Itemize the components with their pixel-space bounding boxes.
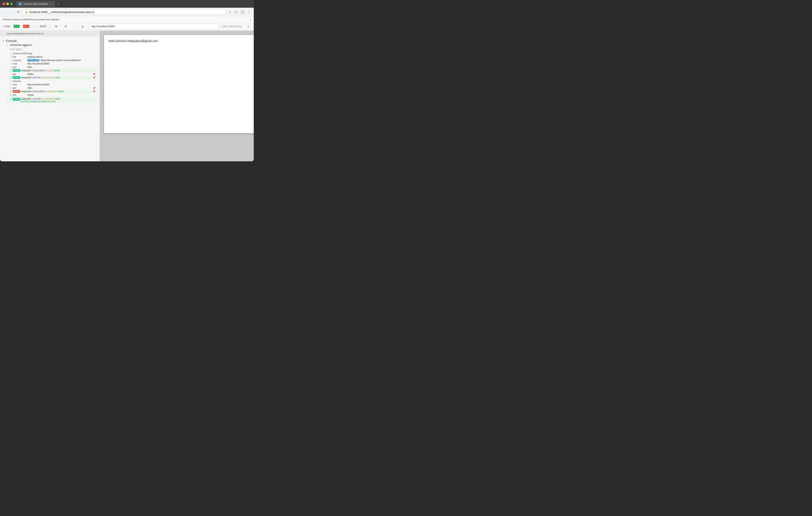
http-badge: POST 200 <box>27 59 39 61</box>
assert-badge-neg: assert <box>13 90 20 93</box>
test-body: TEST BODY 1 clearLocalStorage 2 <box>7 47 97 103</box>
pin-icon: 📌 <box>93 90 95 92</box>
string-val: visible <box>53 69 60 72</box>
nav-right-buttons: ☆ ⬡ ◯ ⋮ <box>227 9 252 15</box>
line-num: 2 <box>8 56 12 58</box>
pending-icon: ○ <box>33 25 34 28</box>
browser-preview: Hello johnfoo+integration@gmail.com <box>100 31 254 161</box>
command-row[interactable]: 7 get #hello 📌 <box>7 72 97 76</box>
cypress-url-bar[interactable]: http://localhost:3000/ <box>89 24 219 29</box>
automation-close[interactable]: × <box>250 18 251 21</box>
test-tree: ▼ Example ✓ should be logged in TEST BOD… <box>0 36 99 161</box>
selector: <button#btn> <box>32 90 46 92</box>
line-num: 11 <box>8 87 12 89</box>
file-path-text: cypress/integration/example.spec.js <box>6 32 44 35</box>
line-num: 10 <box>8 83 12 86</box>
cmd-detail: http://localhost:3000 <box>27 83 95 86</box>
file-icon: 📄 <box>3 32 5 35</box>
command-row[interactable]: 3 request POST 200 https://brucke.auth0.… <box>7 58 97 62</box>
test-timer: 04.07 <box>40 25 46 28</box>
file-path-bar: 📄 cypress/integration/example.spec.js <box>0 31 99 36</box>
pin-icon: 📌 <box>93 73 95 75</box>
tab-favicon: C <box>19 2 22 5</box>
cmd-name: get <box>13 66 26 68</box>
line-num: 6 <box>8 70 12 72</box>
browser-window: C cypress-spa-example × + ← → ↻ 🔒 localh… <box>0 0 254 161</box>
cmd-name: get <box>13 87 26 89</box>
cmd-name: window <box>13 80 26 82</box>
pin-icon: 📌 <box>93 76 95 79</box>
command-table: 1 clearLocalStorage 2 log getting tokens <box>7 52 97 103</box>
bookmark-button[interactable]: ☆ <box>227 9 233 15</box>
nav-bar: ← → ↻ 🔒 localhost:3000/__/#/tests/integr… <box>0 8 254 16</box>
forward-button[interactable]: → <box>8 9 14 15</box>
fail-count: -- <box>27 25 28 28</box>
cmd-name: get <box>13 94 26 96</box>
command-row[interactable]: 1 clearLocalStorage <box>7 52 97 55</box>
cypress-panel: 📄 cypress/integration/example.spec.js ▼ … <box>0 31 100 161</box>
preview-text: Hello johnfoo+integration@gmail.com <box>108 39 158 43</box>
line-num: 3 <box>8 59 12 61</box>
close-button[interactable] <box>3 3 5 5</box>
keyword: not to be <box>47 90 57 92</box>
new-tab-button[interactable]: + <box>55 1 61 7</box>
traffic-lights <box>3 3 13 5</box>
back-button[interactable]: ← <box>2 9 8 15</box>
cmd-name: request <box>13 59 26 61</box>
selector: <button#btn> <box>32 69 46 72</box>
viewport-size: 1000 x 660 <box>222 25 233 28</box>
test-item: ✓ should be logged in <box>3 43 97 47</box>
active-tab[interactable]: C cypress-spa-example × <box>16 1 55 7</box>
pending-badge: ○ -- <box>33 25 36 28</box>
reload-button[interactable]: ↻ <box>16 9 21 15</box>
cmd-detail: #btn <box>27 87 92 89</box>
extensions-button[interactable]: ⬡ <box>233 9 239 15</box>
line-num: 9 <box>8 80 12 82</box>
command-row[interactable]: 10 visit http://localhost:3000 <box>7 83 97 86</box>
command-row-assert-8[interactable]: 8 assert expected <p#hello> not to be vi… <box>7 76 97 79</box>
cmd-detail: expected <p#hello> not to be visible <box>21 76 92 79</box>
settings-button[interactable]: ⚙ <box>53 24 59 29</box>
preview-content: Hello johnfoo+integration@gmail.com <box>108 39 253 43</box>
menu-button[interactable]: ⋮ <box>246 9 252 15</box>
suite-title: Example <box>6 39 17 43</box>
preview-frame: Hello johnfoo+integration@gmail.com <box>104 35 254 133</box>
profile-button[interactable]: ◯ <box>240 9 245 15</box>
address-bar[interactable]: 🔒 localhost:3000/__/#/tests/integration/… <box>22 9 226 15</box>
command-row[interactable]: 9 window <box>7 79 97 83</box>
pass-count: 1 <box>17 25 19 28</box>
pass-icon: ✓ <box>15 25 17 28</box>
selector-playground-button[interactable]: ◎ <box>80 24 86 29</box>
tests-link[interactable]: ‹ Tests <box>3 25 10 28</box>
line-num: 1 <box>8 52 12 55</box>
maximize-button[interactable] <box>10 3 13 5</box>
cmd-detail: #btn <box>27 66 95 68</box>
selector: <p#hello> <box>32 76 42 79</box>
refresh-button[interactable]: ↺ <box>62 24 68 29</box>
automation-message: Chrome is being controlled by automated … <box>3 18 60 21</box>
command-row-assert-14[interactable]: 14 assert expected <p#hello> to contain … <box>7 97 97 103</box>
test-suite: ▼ Example ✓ should be logged in TEST BOD… <box>0 38 99 104</box>
string-val: visible <box>57 90 64 92</box>
command-row-assert-12[interactable]: 12 assert expected <button#btn> not to b… <box>7 90 97 93</box>
string-val: visible <box>54 76 60 79</box>
line-num: 12 <box>8 90 12 92</box>
command-row[interactable]: 5 get #btn <box>7 65 97 69</box>
line-num: 7 <box>8 73 12 75</box>
command-row[interactable]: 11 get #btn 📌 <box>7 86 97 90</box>
test-name: should be logged in <box>10 44 32 47</box>
main-content: 📄 cypress/integration/example.spec.js ▼ … <box>0 31 254 161</box>
pending-count: -- <box>35 25 36 28</box>
tab-close-button[interactable]: × <box>50 2 53 5</box>
test-body-header: TEST BODY <box>9 47 97 52</box>
minimize-button[interactable] <box>6 3 9 5</box>
command-row[interactable]: 2 log getting tokens <box>7 55 97 58</box>
line-num: 13 <box>8 94 12 96</box>
line-num: 8 <box>8 76 12 79</box>
keyword: not to be <box>43 76 53 79</box>
command-row[interactable]: 4 visit http://localhost:3000 <box>7 62 97 65</box>
command-row[interactable]: 13 get #hello <box>7 93 97 97</box>
cypress-toolbar: ‹ Tests ✓ 1 ✕ -- ○ -- 04.07 ⚙ ↺ ◎ http:/… <box>0 22 254 31</box>
command-row-assert-6[interactable]: 6 assert expected <button#btn> to be vis… <box>7 69 97 72</box>
info-button[interactable]: ℹ <box>245 24 251 29</box>
